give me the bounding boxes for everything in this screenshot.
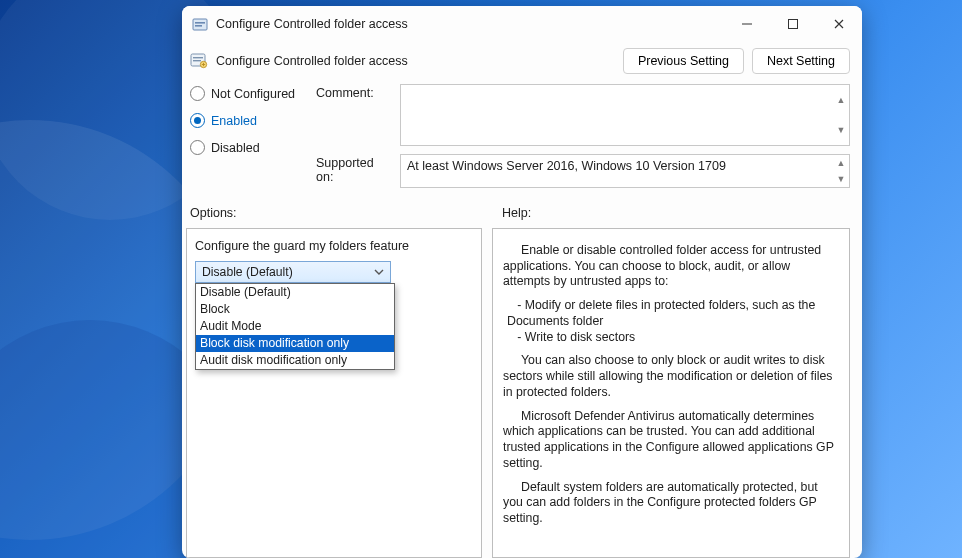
fields: Comment: ▲ ▼ Supported on: At least Wind… <box>316 84 850 188</box>
config-area: Not Configured Enabled Disabled Comment:… <box>182 84 862 192</box>
combobox-head[interactable]: Disable (Default) <box>195 261 391 283</box>
comment-textarea[interactable]: ▲ ▼ <box>400 84 850 146</box>
chevron-up-icon[interactable]: ▲ <box>833 155 849 171</box>
comment-scrollbar[interactable]: ▲ ▼ <box>833 85 849 145</box>
supported-on-value: At least Windows Server 2016, Windows 10… <box>407 159 726 173</box>
chevron-down-icon <box>372 265 386 279</box>
help-bullet: - Modify or delete files in protected fo… <box>503 298 839 345</box>
help-label: Help: <box>502 206 531 220</box>
combobox-option[interactable]: Audit disk modification only <box>196 352 394 369</box>
radio-enabled[interactable]: Enabled <box>190 113 306 128</box>
radio-disabled[interactable]: Disabled <box>190 140 306 155</box>
help-paragraph: Enable or disable controlled folder acce… <box>503 243 839 290</box>
help-text: Enable or disable controlled folder acce… <box>503 243 839 535</box>
svg-rect-4 <box>789 20 798 29</box>
options-label: Options: <box>190 206 486 220</box>
policy-icon <box>190 52 208 70</box>
dialog-window: Configure Controlled folder access Confi… <box>182 6 862 558</box>
radio-label: Not Configured <box>211 87 295 101</box>
section-labels: Options: Help: <box>182 192 862 224</box>
combobox-value: Disable (Default) <box>202 265 293 279</box>
combobox-option[interactable]: Block disk modification only <box>196 335 394 352</box>
maximize-button[interactable] <box>770 6 816 42</box>
help-panel: Enable or disable controlled folder acce… <box>492 228 850 558</box>
title-bar: Configure Controlled folder access <box>182 6 862 42</box>
panels: Configure the guard my folders feature D… <box>182 224 862 558</box>
app-icon <box>192 16 208 32</box>
minimize-button[interactable] <box>724 6 770 42</box>
radio-label: Disabled <box>211 141 260 155</box>
guard-mode-combobox[interactable]: Disable (Default) Disable (Default)Block… <box>195 261 391 283</box>
window-title: Configure Controlled folder access <box>216 17 408 31</box>
svg-rect-6 <box>193 57 203 58</box>
close-button[interactable] <box>816 6 862 42</box>
options-panel: Configure the guard my folders feature D… <box>186 228 482 558</box>
chevron-down-icon[interactable]: ▼ <box>833 115 849 145</box>
supported-on-box: At least Windows Server 2016, Windows 10… <box>400 154 850 188</box>
help-paragraph: You can also choose to only block or aud… <box>503 353 839 400</box>
window-controls <box>724 6 862 42</box>
next-setting-button[interactable]: Next Setting <box>752 48 850 74</box>
radio-label: Enabled <box>211 114 257 128</box>
radio-icon <box>190 140 205 155</box>
help-paragraph: Microsoft Defender Antivirus automatical… <box>503 409 839 472</box>
chevron-up-icon[interactable]: ▲ <box>833 85 849 115</box>
policy-title: Configure Controlled folder access <box>216 54 408 68</box>
radio-icon <box>190 86 205 101</box>
previous-setting-button[interactable]: Previous Setting <box>623 48 744 74</box>
radio-not-configured[interactable]: Not Configured <box>190 86 306 101</box>
combobox-list: Disable (Default)BlockAudit ModeBlock di… <box>195 283 395 370</box>
options-caption: Configure the guard my folders feature <box>195 239 473 253</box>
header-row: Configure Controlled folder access Previ… <box>182 42 862 84</box>
combobox-option[interactable]: Block <box>196 301 394 318</box>
supported-scrollbar[interactable]: ▲ ▼ <box>833 155 849 187</box>
chevron-down-icon[interactable]: ▼ <box>833 171 849 187</box>
state-radio-group: Not Configured Enabled Disabled <box>190 84 306 188</box>
svg-rect-2 <box>195 25 202 27</box>
combobox-option[interactable]: Audit Mode <box>196 318 394 335</box>
svg-rect-3 <box>742 24 752 25</box>
svg-rect-0 <box>193 19 207 30</box>
help-paragraph: Default system folders are automatically… <box>503 480 839 527</box>
svg-rect-1 <box>195 22 205 24</box>
radio-icon <box>190 113 205 128</box>
combobox-option[interactable]: Disable (Default) <box>196 284 394 301</box>
comment-label: Comment: <box>316 84 394 100</box>
supported-label: Supported on: <box>316 154 394 184</box>
svg-rect-7 <box>193 60 201 61</box>
